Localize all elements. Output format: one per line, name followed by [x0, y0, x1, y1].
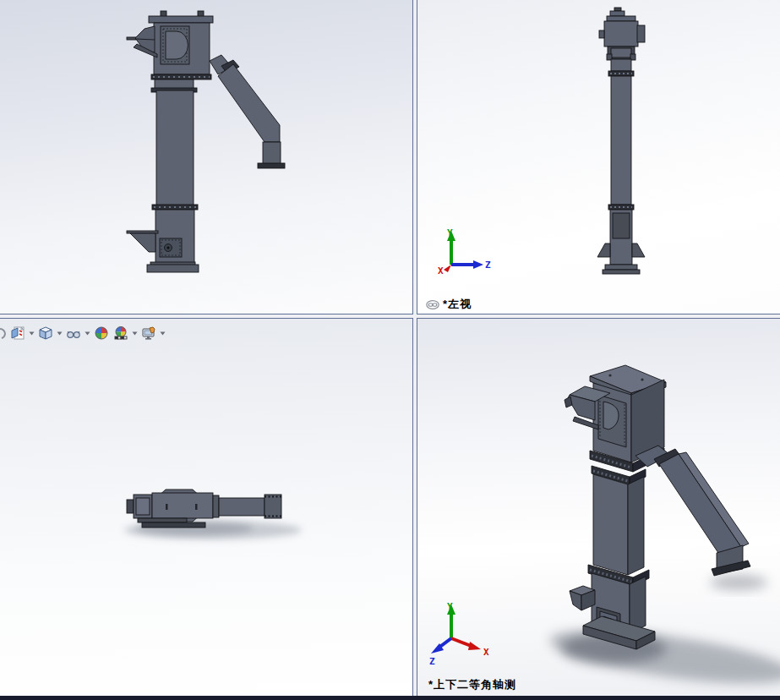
viewport-label-text: *上下二等角轴测	[428, 677, 516, 692]
axis-z-label: Z	[485, 260, 491, 271]
axis-z-label: Z	[429, 656, 435, 667]
viewport-label-isometric: *上下二等角轴测	[428, 677, 516, 692]
cad-graphics-area: Y Z X *左视	[0, 0, 780, 700]
viewport-front[interactable]	[0, 0, 413, 314]
axis-y-label: Y	[447, 601, 453, 612]
bottom-edge-bar	[0, 696, 780, 700]
viewport-splitter-horizontal[interactable]	[0, 314, 780, 318]
linked-view-icon	[426, 300, 439, 309]
axis-triad-iso: Y X Z	[428, 598, 499, 669]
viewport-label-left: *左视	[426, 297, 472, 312]
top-view-model[interactable]	[0, 319, 413, 696]
axis-triad: Y Z X	[431, 226, 499, 280]
viewport-left[interactable]: Y Z X *左视	[417, 0, 780, 314]
viewport-label-text: *左视	[443, 297, 472, 312]
axis-x-label: X	[483, 647, 489, 658]
axis-y-label: Y	[447, 227, 453, 238]
front-view-model[interactable]	[0, 0, 413, 314]
viewport-top[interactable]	[0, 318, 413, 696]
viewport-isometric[interactable]: Y X Z *上下二等角轴测	[417, 318, 780, 696]
viewport-splitter-vertical[interactable]	[413, 0, 417, 696]
axis-x-label: X	[438, 265, 444, 276]
